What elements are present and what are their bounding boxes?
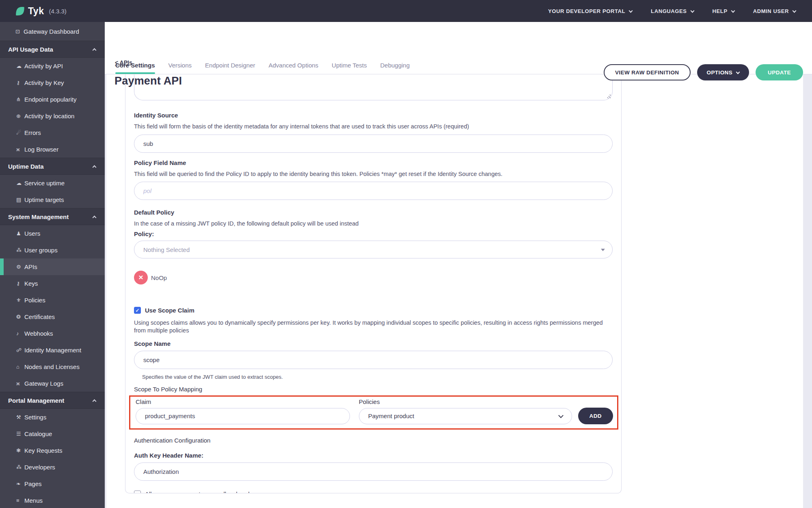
topbar-menu-your-developer-portal[interactable]: YOUR DEVELOPER PORTAL bbox=[548, 8, 632, 14]
left-edge-strip bbox=[105, 74, 106, 508]
scope-name-helper: Specifies the value of the JWT claim use… bbox=[142, 374, 613, 380]
sidebar-section-system-management[interactable]: System Management bbox=[0, 208, 105, 225]
checkbox-unchecked-icon[interactable] bbox=[134, 491, 141, 493]
sidebar-item-developers[interactable]: ⁂Developers bbox=[0, 459, 105, 475]
core-settings-panel: Identity Source This field will form the… bbox=[125, 74, 622, 493]
identity-source-desc: This field will form the basis of the id… bbox=[134, 122, 613, 130]
sidebar-item-label: APIs bbox=[24, 263, 37, 270]
sidebar-item-certificates[interactable]: ❂Certificates bbox=[0, 308, 105, 325]
tab-debugging[interactable]: Debugging bbox=[380, 62, 410, 74]
chevron-up-icon bbox=[93, 399, 97, 403]
tyk-leaf-icon bbox=[15, 6, 26, 17]
content-area: Identity Source This field will form the… bbox=[105, 74, 812, 508]
sidebar-item-service-uptime[interactable]: ☁Service uptime bbox=[0, 175, 105, 191]
sidebar-item-label: Uptime targets bbox=[24, 196, 64, 203]
topbar-menu-help[interactable]: HELP bbox=[713, 8, 734, 14]
sidebar-section-uptime-data[interactable]: Uptime Data bbox=[0, 158, 105, 175]
remove-noop-icon[interactable] bbox=[134, 271, 148, 284]
topbar-menu-languages[interactable]: LANGUAGES bbox=[651, 8, 693, 14]
tab-uptime-tests[interactable]: Uptime Tests bbox=[332, 62, 367, 74]
topbar-menu-admin-user[interactable]: ADMIN USER bbox=[753, 8, 796, 14]
tab-core-settings[interactable]: Core Settings bbox=[115, 62, 155, 74]
tyk-logo[interactable]: Tyk (4.3.3) bbox=[15, 6, 67, 17]
fork-icon: ⋔ bbox=[16, 96, 24, 102]
resize-grip-icon[interactable] bbox=[606, 94, 611, 98]
sidebar-item-label: Service uptime bbox=[24, 180, 65, 187]
sidebar-item-errors[interactable]: ☄Errors bbox=[0, 124, 105, 141]
cloud-icon: ☁ bbox=[16, 63, 24, 69]
policies-select[interactable]: Payment product bbox=[359, 408, 572, 424]
topbar-menus: YOUR DEVELOPER PORTALLANGUAGESHELPADMIN … bbox=[548, 8, 796, 14]
use-scope-claim-label: Use Scope Claim bbox=[145, 307, 194, 314]
sidebar-item-label: Catalogue bbox=[24, 430, 52, 437]
textarea-field[interactable] bbox=[134, 74, 613, 100]
sidebar-item-label: Policies bbox=[24, 297, 45, 304]
sidebar-item-settings[interactable]: ⚒Settings bbox=[0, 409, 105, 426]
add-button[interactable]: ADD bbox=[578, 408, 613, 424]
sidebar-item-webhooks[interactable]: ♪Webhooks bbox=[0, 325, 105, 342]
header-buttons: VIEW RAW DEFINITION OPTIONS UPDATE bbox=[604, 64, 803, 80]
topbar-menu-label: HELP bbox=[713, 8, 728, 14]
sidebar-item-apis[interactable]: ⚙APIs bbox=[0, 258, 105, 275]
sidebar: ⊡Gateway DashboardAPI Usage Data☁Activit… bbox=[0, 22, 105, 508]
sidebar-item-gateway-logs[interactable]: жGateway Logs bbox=[0, 375, 105, 392]
sidebar-item-users[interactable]: ♟Users bbox=[0, 225, 105, 242]
sidebar-section-portal-management[interactable]: Portal Management bbox=[0, 392, 105, 409]
tab-versions[interactable]: Versions bbox=[168, 62, 192, 74]
paw-icon: ❃ bbox=[16, 447, 24, 454]
sidebar-item-activity-by-key[interactable]: ⚷Activity by Key bbox=[0, 74, 105, 91]
chevron-up-icon bbox=[93, 48, 97, 52]
identity-source-input[interactable] bbox=[134, 135, 613, 153]
use-scope-claim-checkbox[interactable]: Use Scope Claim bbox=[134, 307, 613, 314]
noop-row: NoOp bbox=[134, 271, 613, 284]
leaf-icon: ❧ bbox=[16, 481, 24, 487]
sidebar-item-nodes-and-licenses[interactable]: ⌂Nodes and Licenses bbox=[0, 358, 105, 375]
checkbox-allow-query-parameter-as-well-as-header[interactable]: Allow query parameter as well as header bbox=[134, 491, 613, 493]
scope-name-input[interactable] bbox=[134, 351, 613, 369]
options-button[interactable]: OPTIONS bbox=[697, 64, 749, 80]
sidebar-item-endpoint-popularity[interactable]: ⋔Endpoint popularity bbox=[0, 91, 105, 108]
sidebar-item-key-requests[interactable]: ❃Key Requests bbox=[0, 442, 105, 459]
tab-endpoint-designer[interactable]: Endpoint Designer bbox=[205, 62, 255, 74]
policy-select[interactable]: Nothing Selected bbox=[134, 241, 613, 258]
scrollbar-track[interactable] bbox=[803, 74, 812, 508]
sidebar-section-api-usage-data[interactable]: API Usage Data bbox=[0, 41, 105, 58]
sidebar-item-label: Key Requests bbox=[24, 447, 62, 454]
update-button[interactable]: UPDATE bbox=[756, 64, 803, 80]
options-button-label: OPTIONS bbox=[707, 69, 733, 76]
sidebar-item-keys[interactable]: ⚷Keys bbox=[0, 275, 105, 292]
default-policy-desc: In the case of a missing JWT policy ID, … bbox=[134, 219, 613, 228]
sidebar-item-label: Certificates bbox=[24, 313, 55, 320]
dropdown-arrow-icon bbox=[601, 249, 605, 251]
auth-checkboxes: Allow query parameter as well as headerU… bbox=[134, 491, 613, 493]
claim-input[interactable] bbox=[136, 408, 350, 424]
user-group-icon: ⁂ bbox=[16, 247, 24, 253]
sidebar-item-gateway-dashboard[interactable]: ⊡Gateway Dashboard bbox=[0, 22, 105, 41]
sidebar-item-uptime-targets[interactable]: ▤Uptime targets bbox=[0, 191, 105, 208]
sidebar-item-label: Pages bbox=[24, 480, 42, 487]
sidebar-item-pages[interactable]: ❧Pages bbox=[0, 475, 105, 492]
checkbox-checked-icon[interactable] bbox=[134, 307, 141, 314]
sidebar-item-label: Identity Management bbox=[24, 347, 81, 354]
sidebar-item-policies[interactable]: ⚜Policies bbox=[0, 292, 105, 308]
sidebar-item-menus[interactable]: ≡Menus bbox=[0, 492, 105, 508]
sidebar-item-log-browser[interactable]: жLog Browser bbox=[0, 141, 105, 158]
chevron-down-icon bbox=[629, 9, 633, 13]
chevron-down-icon bbox=[736, 70, 740, 74]
view-raw-definition-button[interactable]: VIEW RAW DEFINITION bbox=[604, 64, 691, 80]
brand-name: Tyk bbox=[28, 6, 44, 17]
tab-advanced-options[interactable]: Advanced Options bbox=[268, 62, 318, 74]
noop-label: NoOp bbox=[151, 274, 167, 281]
sidebar-item-catalogue[interactable]: ☰Catalogue bbox=[0, 426, 105, 442]
sidebar-item-activity-by-location[interactable]: ⊕Activity by location bbox=[0, 108, 105, 124]
user-group-icon: ⁂ bbox=[16, 464, 24, 470]
auth-key-header-input[interactable] bbox=[134, 462, 613, 481]
sidebar-item-identity-management[interactable]: ☍Identity Management bbox=[0, 342, 105, 358]
sidebar-item-label: Activity by location bbox=[24, 113, 74, 119]
sidebar-item-label: Nodes and Licenses bbox=[24, 363, 80, 370]
policy-field-name-input[interactable] bbox=[134, 182, 613, 200]
policy-field-name-label: Policy Field Name bbox=[134, 159, 613, 166]
sidebar-item-user-groups[interactable]: ⁂User groups bbox=[0, 242, 105, 258]
sidebar-item-activity-by-api[interactable]: ☁Activity by API bbox=[0, 58, 105, 74]
policy-select-value: Nothing Selected bbox=[143, 246, 190, 253]
